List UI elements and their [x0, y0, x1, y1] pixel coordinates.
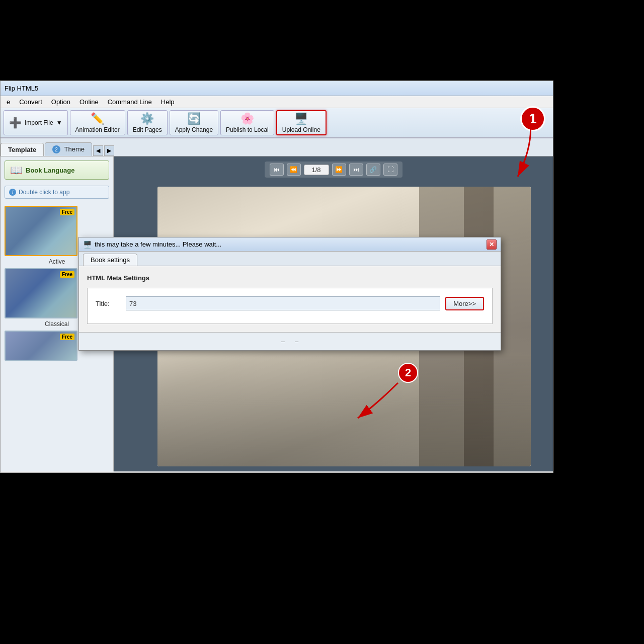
page-indicator: 1/8 [304, 165, 329, 175]
footer-dash-1: – [281, 338, 285, 345]
dialog-tabs: Book settings [79, 252, 501, 266]
app-window: Flip HTML5 e Convert Option Online Comma… [0, 80, 553, 473]
edit-pages-label: Edit Pages [133, 126, 162, 133]
title-bar: Flip HTML5 [1, 81, 553, 96]
title-form-row: Title: More>> [96, 296, 484, 310]
last-page-button[interactable]: ⏭ [349, 164, 363, 176]
animation-icon: ✏️ [91, 112, 104, 125]
import-file-button[interactable]: ➕ Import File ▼ [4, 110, 68, 135]
dialog-close-button[interactable]: ✕ [487, 239, 497, 250]
prev-page-button[interactable]: ⏪ [287, 164, 301, 176]
publish-local-label: Publish to Local [226, 126, 269, 133]
menu-item-help[interactable]: Help [157, 97, 179, 107]
free-badge-classical: Free [60, 271, 74, 278]
upload-online-button[interactable]: 🖥️ Upload Online [276, 110, 327, 135]
title-input[interactable] [126, 296, 440, 310]
dialog-title-icon: 🖥️ [83, 240, 92, 249]
share-button[interactable]: 🔗 [366, 164, 380, 176]
footer-dash-2: – [295, 338, 298, 345]
upload-online-icon: 🖥️ [294, 112, 308, 125]
tab-theme-num: 2 [52, 145, 60, 153]
template-thumb-active: Free [5, 206, 77, 256]
first-page-button[interactable]: ⏮ [270, 164, 284, 176]
animation-editor-label: Animation Editor [75, 126, 120, 133]
tab-nav-next[interactable]: ▶ [104, 145, 114, 156]
animation-editor-button[interactable]: ✏️ Animation Editor [70, 110, 125, 135]
import-file-label: Import File [25, 119, 53, 126]
edit-pages-button[interactable]: ⚙️ Edit Pages [127, 110, 168, 135]
apply-change-label: Apply Change [175, 126, 213, 133]
apply-change-icon: 🔄 [187, 112, 201, 125]
next-page-button[interactable]: ⏩ [332, 164, 346, 176]
annotation-1: 1 [520, 106, 545, 131]
book-settings-dialog[interactable]: 🖥️ this may take a few minutes... Please… [78, 237, 501, 351]
edit-pages-icon: ⚙️ [140, 112, 154, 125]
tab-theme[interactable]: 2 Theme [45, 142, 92, 156]
dialog-footer: – – [79, 332, 501, 350]
book-language-label: Book Language [26, 167, 75, 174]
toolbar: ➕ Import File ▼ ✏️ Animation Editor ⚙️ E… [1, 108, 553, 138]
dialog-title-text: this may take a few minutes... Please wa… [95, 240, 484, 248]
preview-toolbar: ⏮ ⏪ 1/8 ⏩ ⏭ 🔗 ⛶ [265, 162, 403, 178]
info-bar: i Double click to app [5, 186, 109, 199]
info-text: Double click to app [19, 189, 69, 196]
publish-local-icon: 🌸 [240, 112, 254, 125]
upload-online-label: Upload Online [282, 126, 320, 133]
title-bar-text: Flip HTML5 [5, 85, 38, 92]
tab-nav-prev[interactable]: ◀ [93, 145, 103, 156]
dialog-title-bar: 🖥️ this may take a few minutes... Please… [79, 237, 501, 252]
free-badge-extra: Free [60, 334, 74, 340]
tabs-panel: Template 2 Theme ◀ ▶ [1, 138, 553, 156]
book-language-icon: 📖 [10, 164, 23, 176]
info-icon: i [9, 189, 16, 196]
publish-local-button[interactable]: 🌸 Publish to Local [220, 110, 274, 135]
free-badge-active: Free [60, 209, 74, 215]
tab-template-label: Template [8, 146, 36, 153]
import-icon: ➕ [9, 117, 22, 129]
title-label: Title: [96, 300, 121, 307]
tab-theme-label: Theme [64, 145, 85, 153]
more-button[interactable]: More>> [445, 297, 484, 310]
template-thumb-extra: Free [5, 331, 77, 361]
import-dropdown-icon[interactable]: ▼ [56, 119, 62, 126]
apply-change-button[interactable]: 🔄 Apply Change [170, 110, 218, 135]
section-title: HTML Meta Settings [87, 274, 493, 282]
menu-item-online[interactable]: Online [75, 97, 103, 107]
dialog-body: HTML Meta Settings Title: More>> [79, 266, 501, 332]
menu-item-commandline[interactable]: Command Line [104, 97, 156, 107]
book-language-button[interactable]: 📖 Book Language [5, 160, 109, 180]
menu-item-convert[interactable]: Convert [15, 97, 46, 107]
tab-template[interactable]: Template [1, 143, 44, 156]
menu-bar: e Convert Option Online Command Line Hel… [1, 96, 553, 108]
template-thumb-classical: Free [5, 268, 77, 318]
menu-item-option[interactable]: Option [47, 97, 74, 107]
menu-item-file[interactable]: e [3, 97, 14, 107]
fullscreen-button[interactable]: ⛶ [383, 164, 397, 176]
dialog-tab-booksettings[interactable]: Book settings [83, 254, 137, 266]
